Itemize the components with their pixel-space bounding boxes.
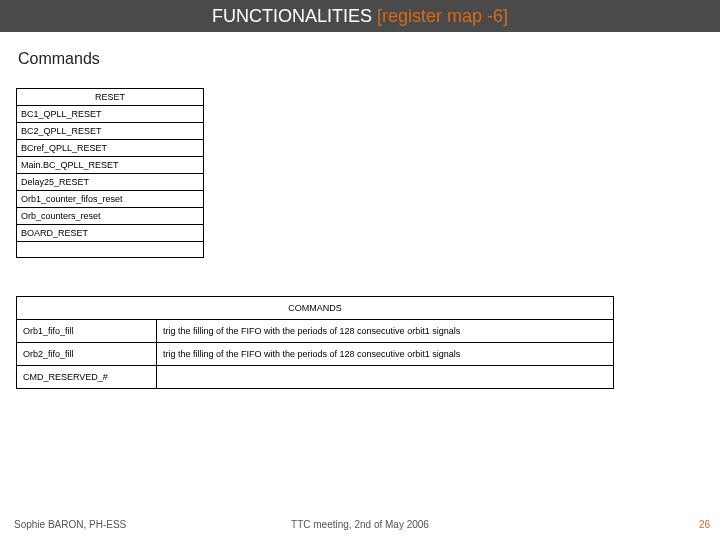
reset-cell: Orb1_counter_fifos_reset [17, 191, 204, 208]
table-row: Delay25_RESET [17, 174, 204, 191]
table-row: Orb1_fifo_fill trig the filling of the F… [17, 320, 614, 343]
reset-table: RESET BC1_QPLL_RESET BC2_QPLL_RESET BCre… [16, 88, 204, 258]
command-desc: trig the filling of the FIFO with the pe… [157, 343, 614, 366]
table-row: Orb_counters_reset [17, 208, 204, 225]
table-row: BOARD_RESET [17, 225, 204, 242]
table-row: RESET [17, 89, 204, 106]
table-row [17, 242, 204, 258]
reset-cell: Main.BC_QPLL_RESET [17, 157, 204, 174]
command-name: Orb2_fifo_fill [17, 343, 157, 366]
command-desc: trig the filling of the FIFO with the pe… [157, 320, 614, 343]
slide: FUNCTIONALITIES [register map -6] Comman… [0, 0, 720, 540]
commands-table-header: COMMANDS [17, 297, 614, 320]
reset-cell: Delay25_RESET [17, 174, 204, 191]
reset-cell: BCref_QPLL_RESET [17, 140, 204, 157]
reset-cell: BOARD_RESET [17, 225, 204, 242]
command-desc [157, 366, 614, 389]
title-label-right: [register map -6] [377, 6, 508, 26]
footer-meeting: TTC meeting, 2nd of May 2006 [291, 519, 429, 530]
reset-cell: BC1_QPLL_RESET [17, 106, 204, 123]
footer-author: Sophie BARON, PH-ESS [14, 519, 126, 530]
title-label-left: FUNCTIONALITIES [212, 6, 377, 26]
table-row: Main.BC_QPLL_RESET [17, 157, 204, 174]
reset-cell [17, 242, 204, 258]
table-row: BC1_QPLL_RESET [17, 106, 204, 123]
footer-page-number: 26 [699, 519, 710, 530]
command-name: CMD_RESERVED_# [17, 366, 157, 389]
section-heading: Commands [18, 50, 100, 68]
table-row: Orb2_fifo_fill trig the filling of the F… [17, 343, 614, 366]
reset-table-header: RESET [17, 89, 204, 106]
table-row: BCref_QPLL_RESET [17, 140, 204, 157]
reset-cell: Orb_counters_reset [17, 208, 204, 225]
table-row: COMMANDS [17, 297, 614, 320]
table-row: BC2_QPLL_RESET [17, 123, 204, 140]
table-row: CMD_RESERVED_# [17, 366, 614, 389]
command-name: Orb1_fifo_fill [17, 320, 157, 343]
reset-cell: BC2_QPLL_RESET [17, 123, 204, 140]
title-bar: FUNCTIONALITIES [register map -6] [0, 0, 720, 32]
commands-table: COMMANDS Orb1_fifo_fill trig the filling… [16, 296, 614, 389]
table-row: Orb1_counter_fifos_reset [17, 191, 204, 208]
